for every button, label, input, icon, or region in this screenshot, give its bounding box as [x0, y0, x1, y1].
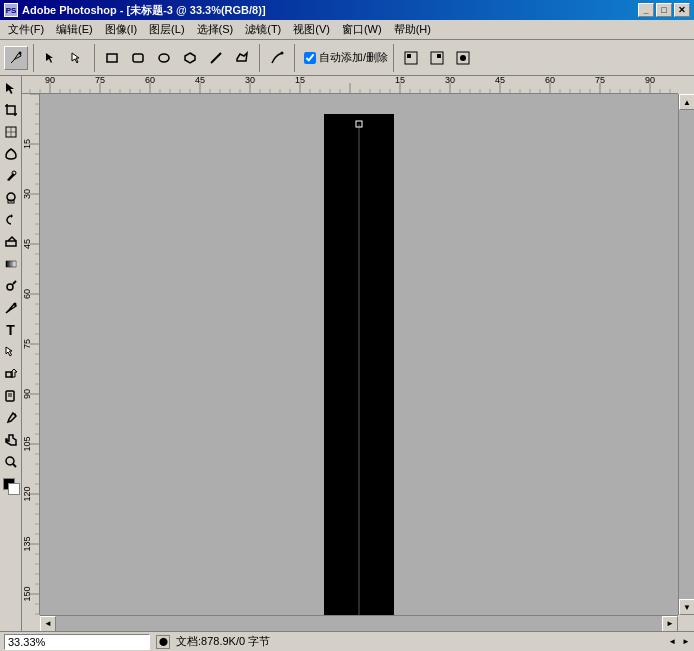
custom-shape-icon: [235, 51, 249, 65]
menu-filter[interactable]: 滤镜(T): [239, 20, 287, 39]
menu-layer[interactable]: 图层(L): [143, 20, 190, 39]
tool-gradient[interactable]: [1, 254, 21, 274]
menu-view[interactable]: 视图(V): [287, 20, 336, 39]
svg-point-29: [6, 457, 14, 465]
menu-help[interactable]: 帮助(H): [388, 20, 437, 39]
tool-eraser[interactable]: [1, 232, 21, 252]
tool-crop[interactable]: [1, 100, 21, 120]
title-bar-text: Adobe Photoshop - [未标题-3 @ 33.3%(RGB/8)]: [22, 3, 266, 18]
scroll-track-h[interactable]: [56, 616, 662, 631]
svg-point-28: [14, 414, 16, 416]
scroll-right-button[interactable]: ►: [662, 616, 678, 632]
toolbar-separator-1: [33, 44, 34, 72]
minimize-button[interactable]: _: [638, 3, 654, 17]
canvas-viewport: [40, 94, 678, 615]
app-icon: PS: [4, 3, 18, 17]
rectangle-tool-button[interactable]: [100, 46, 124, 70]
menu-image[interactable]: 图像(I): [99, 20, 143, 39]
svg-point-0: [19, 51, 22, 54]
path-select-icon: [44, 51, 58, 65]
tool-icon-1: [403, 50, 419, 66]
tool-pen[interactable]: [1, 298, 21, 318]
doc-info: 文档:878.9K/0 字节: [176, 634, 270, 649]
svg-rect-1: [107, 54, 117, 62]
background-color[interactable]: [8, 483, 20, 495]
scroll-down-button[interactable]: ▼: [679, 599, 694, 615]
svg-point-23: [13, 303, 16, 306]
direct-select-button[interactable]: [65, 46, 89, 70]
pen-tool-button[interactable]: [4, 46, 28, 70]
tool-select-path[interactable]: [1, 342, 21, 362]
line-tool-button[interactable]: [204, 46, 228, 70]
menu-bar: 文件(F) 编辑(E) 图像(I) 图层(L) 选择(S) 滤镜(T) 视图(V…: [0, 20, 694, 40]
title-bar-left: PS Adobe Photoshop - [未标题-3 @ 33.3%(RGB/…: [4, 3, 266, 18]
status-bar: ⬤ 文档:878.9K/0 字节 ◄ ►: [0, 631, 694, 651]
tool-history-brush[interactable]: [1, 210, 21, 230]
svg-line-5: [211, 53, 221, 63]
auto-add-delete-checkbox[interactable]: [304, 52, 316, 64]
scroll-left-button[interactable]: ◄: [40, 616, 56, 632]
tool-icon-2: [429, 50, 445, 66]
toolbar-separator-5: [393, 44, 394, 72]
tool-arrow[interactable]: [1, 78, 21, 98]
path-select-button[interactable]: [39, 46, 63, 70]
tool-eyedropper[interactable]: [1, 408, 21, 428]
rectangle-icon: [105, 51, 119, 65]
menu-file[interactable]: 文件(F): [2, 20, 50, 39]
maximize-button[interactable]: □: [656, 3, 672, 17]
ellipse-tool-button[interactable]: [152, 46, 176, 70]
status-nav-left[interactable]: ◄: [668, 637, 676, 646]
freeform-pen-icon: [270, 51, 284, 65]
auto-add-delete-label: 自动添加/删除: [319, 50, 388, 65]
ruler-left: [22, 94, 40, 615]
tool-text[interactable]: T: [1, 320, 21, 340]
svg-marker-4: [185, 53, 195, 63]
tool-hand[interactable]: [1, 430, 21, 450]
document-canvas: [324, 114, 394, 615]
tool-extra-2[interactable]: [425, 46, 449, 70]
menu-edit[interactable]: 编辑(E): [50, 20, 99, 39]
tool-heal[interactable]: [1, 144, 21, 164]
rounded-rect-button[interactable]: [126, 46, 150, 70]
custom-shape-button[interactable]: [230, 46, 254, 70]
pen-path-svg: [324, 114, 394, 615]
tool-shape[interactable]: [1, 364, 21, 384]
tool-icon-3: [455, 50, 471, 66]
tool-slice[interactable]: [1, 122, 21, 142]
scrollbar-right: ▲ ▼: [678, 94, 694, 615]
tool-extra-3[interactable]: [451, 46, 475, 70]
anchor-top: [356, 121, 362, 127]
tool-notes[interactable]: [1, 386, 21, 406]
menu-window[interactable]: 窗口(W): [336, 20, 388, 39]
pen-icon: [9, 51, 23, 65]
svg-point-21: [7, 284, 13, 290]
tool-extra-1[interactable]: [399, 46, 423, 70]
freeform-pen-button[interactable]: [265, 46, 289, 70]
status-icon: ⬤: [156, 635, 170, 649]
svg-rect-8: [407, 54, 411, 58]
status-nav-right[interactable]: ►: [682, 637, 690, 646]
svg-point-3: [159, 54, 169, 62]
zoom-input[interactable]: [4, 634, 150, 650]
scroll-track-v[interactable]: [679, 110, 694, 599]
close-button[interactable]: ✕: [674, 3, 690, 17]
ruler-top-canvas: [22, 76, 678, 93]
svg-line-22: [13, 281, 16, 284]
line-icon: [209, 51, 223, 65]
tool-stamp[interactable]: [1, 188, 21, 208]
scroll-up-button[interactable]: ▲: [679, 94, 694, 110]
polygon-icon: [183, 51, 197, 65]
title-bar: PS Adobe Photoshop - [未标题-3 @ 33.3%(RGB/…: [0, 0, 694, 20]
color-swatch-area: [2, 478, 20, 496]
ruler-top: [22, 76, 678, 94]
svg-rect-20: [6, 261, 16, 267]
ruler-left-canvas: [22, 94, 40, 615]
toolbar-separator-4: [294, 44, 295, 72]
toolbar-checkbox: 自动添加/删除: [304, 50, 388, 65]
svg-rect-19: [6, 241, 16, 246]
menu-select[interactable]: 选择(S): [191, 20, 240, 39]
tool-brush[interactable]: [1, 166, 21, 186]
tool-dodge[interactable]: [1, 276, 21, 296]
polygon-tool-button[interactable]: [178, 46, 202, 70]
tool-zoom[interactable]: [1, 452, 21, 472]
